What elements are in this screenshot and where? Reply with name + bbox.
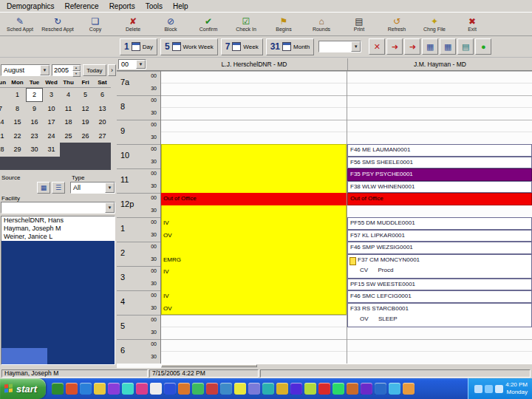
provider-column-hayman[interactable]: F46 ME LAUMAN0001F56 SMS SHEELE0001F35 P… (347, 71, 532, 364)
menu-tools[interactable]: Tools (140, 1, 168, 11)
calendar-day-18[interactable]: 18 (60, 115, 77, 129)
taskbar-icon-17[interactable] (276, 383, 288, 395)
appointment[interactable]: F57 KL LIPKAR0001 (347, 230, 532, 242)
taskbar-icon-24[interactable] (375, 383, 386, 395)
appointment-type-label[interactable]: EMRG (163, 254, 181, 266)
view-button-day[interactable]: 1Day (120, 38, 157, 55)
find-appt-button[interactable]: ➜ (404, 38, 420, 55)
calendar-day-1[interactable]: 1 (9, 88, 26, 102)
appointment[interactable]: F38 WLW WHINEN0001 (347, 181, 532, 194)
appointment[interactable]: F56 SMS SHEELE0001 (347, 157, 532, 169)
provider-item[interactable]: Hayman, Joseph M (1, 225, 115, 233)
toolbar-button-copy[interactable]: ❏Copy (77, 13, 114, 35)
provider-item[interactable]: HerschelDNR, Hans (1, 216, 115, 225)
appointment-type-label[interactable]: IV (163, 217, 169, 229)
taskbar-icon-5[interactable] (108, 383, 120, 395)
calendar-day-8[interactable]: 8 (9, 102, 26, 116)
toolbar-button-confirm[interactable]: ✔Confirm (190, 13, 227, 35)
taskbar-icon-9[interactable] (164, 383, 176, 395)
taskbar-icon-26[interactable] (403, 383, 415, 395)
toolbar-button-check-in[interactable]: ☑Check In (228, 13, 265, 35)
grid-view-button[interactable]: ▦ (422, 38, 438, 55)
appointment[interactable]: F46 SMP WEZSIG0001 (347, 242, 532, 254)
source-list-button[interactable]: ☰ (52, 182, 65, 194)
calendar-day-26[interactable]: 26 (77, 129, 94, 143)
appointment[interactable]: Out of Office (347, 193, 532, 205)
taskbar-icon-14[interactable] (234, 383, 246, 395)
view-button-work-week[interactable]: 5Work Week (160, 38, 218, 55)
split-view-button[interactable]: ▦ (440, 38, 456, 55)
schedule-filter-dropdown[interactable]: ▼ (318, 41, 361, 52)
calendar-day-15[interactable]: 15 (9, 115, 26, 129)
calendar-day-12[interactable]: 12 (77, 102, 94, 116)
calendar-day-23[interactable]: 23 (26, 129, 43, 143)
scrollbar-thumb[interactable] (161, 364, 257, 367)
calendar-day-17[interactable]: 17 (43, 115, 60, 129)
toolbar-button-resched-appt[interactable]: ↻Resched Appt (39, 13, 76, 35)
calendar-day-5[interactable]: 5 (77, 88, 94, 102)
toolbar-button-exit[interactable]: ✖Exit (454, 13, 491, 35)
chevron-down-icon[interactable]: ▼ (351, 41, 361, 52)
calendar-day-27[interactable]: 27 (94, 129, 111, 143)
appointment-type-label[interactable]: OV (163, 303, 172, 315)
provider-column-header-herscheldnr[interactable]: L.J. HerschelDNR - MD (161, 58, 347, 70)
calendar-day-13[interactable]: 13 (94, 102, 111, 116)
goto-date-button[interactable]: ➜ (386, 38, 403, 55)
horizontal-scrollbar[interactable] (161, 364, 532, 368)
calendar-day-28[interactable]: 28 (0, 143, 9, 157)
calendar-day-3[interactable]: 3 (43, 88, 60, 102)
close-view-button[interactable]: ✕ (369, 38, 385, 55)
menu-reference[interactable]: Reference (59, 1, 103, 11)
start-button[interactable]: start (0, 378, 46, 399)
provider-item[interactable]: Weiner, Janice L (1, 233, 115, 241)
tray-icon-3[interactable] (495, 385, 503, 393)
calendar-day-10[interactable]: 10 (43, 102, 60, 116)
taskbar-icon-25[interactable] (389, 383, 400, 395)
chevron-down-icon[interactable]: ▼ (40, 65, 50, 75)
calendar-day-22[interactable]: 22 (9, 129, 26, 143)
taskbar-icon-1[interactable] (52, 383, 64, 395)
taskbar-icon-13[interactable] (220, 383, 232, 395)
toolbar-button-sched-appt[interactable]: ✎Sched Appt (1, 13, 38, 35)
taskbar-icon-11[interactable] (192, 383, 204, 395)
taskbar-icon-21[interactable] (332, 383, 344, 395)
calendar-day-19[interactable]: 19 (77, 115, 94, 129)
taskbar-icon-20[interactable] (318, 383, 330, 395)
toolbar-button-begins[interactable]: ⚑Begins (265, 13, 302, 35)
appointment[interactable]: F33 RS STARCB0001OV SLEEP (347, 303, 532, 327)
appointment-type-label[interactable]: IV (163, 266, 169, 278)
calendar-day-2[interactable]: 2 (26, 88, 43, 102)
taskbar-icon-18[interactable] (290, 383, 302, 395)
spin-down-icon[interactable]: ▼ (72, 71, 81, 77)
toolbar-button-print[interactable]: ▤Print (341, 13, 378, 35)
today-button[interactable]: Today (83, 64, 107, 76)
calendar-day-29[interactable]: 29 (9, 143, 26, 157)
appointment[interactable]: F46 ME LAUMAN0001 (347, 144, 532, 157)
calendar-day-4[interactable]: 4 (60, 88, 77, 102)
taskbar-icon-3[interactable] (80, 383, 92, 395)
next-month-button[interactable]: › (108, 64, 116, 76)
taskbar-icon-6[interactable] (122, 383, 134, 395)
toolbar-button-chng-file[interactable]: ✦Chng File (416, 13, 453, 35)
toolbar-button-block[interactable]: ⊘Block (152, 13, 189, 35)
menu-demographics[interactable]: Demographics (1, 1, 59, 11)
spin-up-icon[interactable]: ▲ (72, 65, 81, 71)
taskbar-icon-10[interactable] (178, 383, 190, 395)
calendar-day-21[interactable]: 21 (0, 129, 9, 143)
menu-reports[interactable]: Reports (104, 1, 140, 11)
tray-icon-1[interactable] (474, 385, 482, 393)
taskbar-icon-23[interactable] (361, 383, 372, 395)
taskbar-icon-16[interactable] (262, 383, 274, 395)
list-view-button[interactable]: ▤ (457, 38, 474, 55)
appointment-type-label[interactable]: IV (163, 290, 169, 302)
taskbar-icon-4[interactable] (94, 383, 106, 395)
appointment-type-label[interactable]: OV (163, 230, 172, 242)
tray-icon-2[interactable] (485, 385, 493, 393)
view-button-month[interactable]: 31Month (266, 38, 315, 55)
provider-column-herscheldnr[interactable]: IVOVEMRGIVIVOVOut of Office (161, 71, 347, 364)
month-dropdown[interactable]: August ▼ (1, 64, 50, 76)
calendar-day-25[interactable]: 25 (60, 129, 77, 143)
appointment[interactable]: PF15 SW WEESTE0001 (347, 279, 532, 291)
toolbar-button-delete[interactable]: ✘Delete (115, 13, 151, 35)
calendar-day-31[interactable]: 31 (43, 143, 60, 157)
